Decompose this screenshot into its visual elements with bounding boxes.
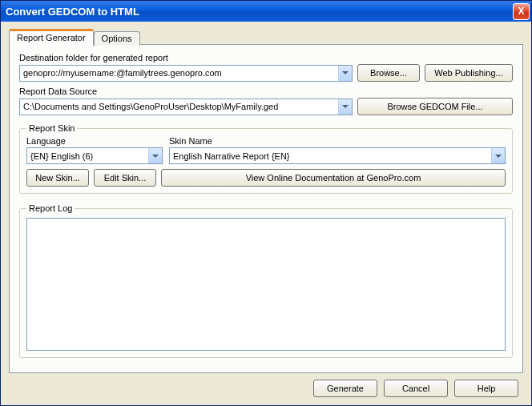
online-documentation-button[interactable]: View Online Documentation at GenoPro.com — [161, 169, 506, 187]
chevron-down-icon — [342, 105, 349, 108]
help-button[interactable]: Help — [454, 380, 518, 397]
language-label: Language — [26, 136, 163, 146]
destination-label: Destination folder for generated report — [19, 53, 513, 62]
close-icon: X — [518, 6, 524, 16]
report-skin-legend: Report Skin — [26, 123, 77, 133]
title-bar: Convert GEDCOM to HTML X — [1, 1, 531, 22]
skin-name-dropdown-button[interactable] — [491, 148, 505, 163]
tab-options[interactable]: Options — [94, 31, 140, 46]
tab-label: Report Generator — [17, 33, 86, 42]
report-skin-group: Report Skin Language {EN} English (6) Sk… — [19, 123, 513, 194]
destination-combo[interactable]: genopro://myusername:@familytrees.genopr… — [19, 65, 353, 82]
language-combo[interactable]: {EN} English (6) — [26, 147, 163, 164]
destination-value: genopro://myusername:@familytrees.genopr… — [23, 68, 338, 78]
tab-strip: Report Generator Options — [9, 28, 523, 44]
report-log-legend: Report Log — [26, 203, 75, 213]
generate-button[interactable]: Generate — [313, 380, 377, 397]
skin-name-label: Skin Name — [169, 136, 506, 146]
cancel-button[interactable]: Cancel — [384, 380, 448, 397]
window-title: Convert GEDCOM to HTML — [6, 6, 513, 18]
language-value: {EN} English (6) — [30, 151, 148, 161]
edit-skin-button[interactable]: Edit Skin... — [94, 169, 156, 187]
browse-button[interactable]: Browse... — [357, 64, 420, 82]
skin-name-combo[interactable]: English Narrative Report {EN} — [169, 147, 506, 164]
source-value: C:\Documents and Settings\GenoProUser\De… — [23, 102, 338, 111]
browse-gedcom-button[interactable]: Browse GEDCOM File... — [357, 98, 513, 115]
report-log-group: Report Log — [19, 203, 513, 358]
source-combo[interactable]: C:\Documents and Settings\GenoProUser\De… — [19, 98, 353, 115]
tab-panel-report-generator: Destination folder for generated report … — [9, 44, 523, 373]
web-publishing-button[interactable]: Web Publishing... — [425, 64, 513, 82]
tab-label: Options — [102, 34, 132, 43]
close-button[interactable]: X — [513, 3, 530, 20]
chevron-down-icon — [342, 71, 349, 74]
tab-report-generator[interactable]: Report Generator — [9, 29, 94, 46]
report-log-textarea[interactable] — [26, 218, 506, 351]
dialog-buttons: Generate Cancel Help — [9, 373, 523, 397]
skin-name-value: English Narrative Report {EN} — [173, 151, 491, 161]
source-dropdown-button[interactable] — [338, 99, 352, 115]
chevron-down-icon — [495, 155, 502, 158]
chevron-down-icon — [152, 155, 159, 158]
destination-dropdown-button[interactable] — [338, 66, 352, 81]
new-skin-button[interactable]: New Skin... — [26, 169, 89, 187]
language-dropdown-button[interactable] — [148, 148, 162, 163]
source-label: Report Data Source — [19, 86, 513, 96]
dialog-window: Convert GEDCOM to HTML X Report Generato… — [0, 0, 532, 406]
client-area: Report Generator Options Destination fol… — [1, 22, 531, 405]
